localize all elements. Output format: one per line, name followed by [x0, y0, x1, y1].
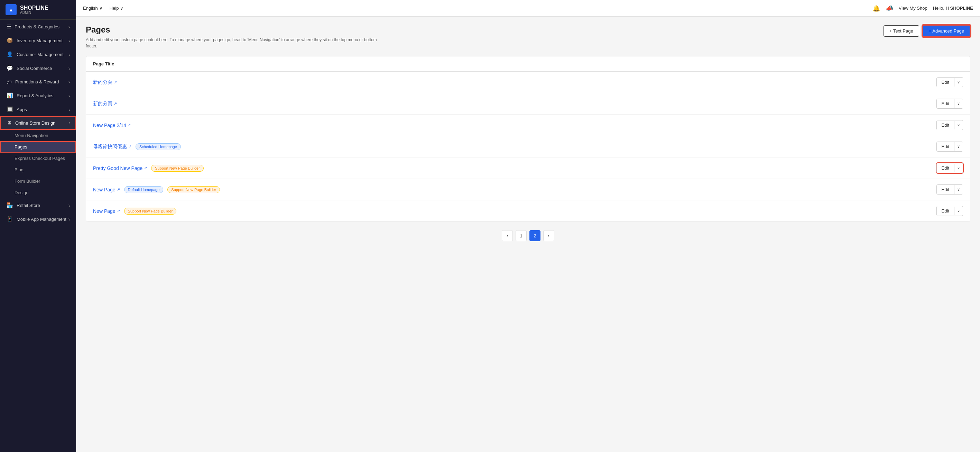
sidebar-item-promotions[interactable]: 🏷 Promotions & Reward ∨	[0, 75, 76, 89]
sidebar-sub-item-express[interactable]: Express Checkout Pages	[0, 153, 76, 164]
pagination-page-2[interactable]: 2	[530, 230, 541, 241]
page-link[interactable]: 新的分頁 ↗	[93, 101, 117, 107]
edit-chevron-icon[interactable]: ∨	[954, 121, 963, 129]
table-row: New Page 2/14 ↗ Edit ∨	[86, 115, 970, 136]
row-left: Pretty Good New Page ↗ Support New Page …	[93, 165, 204, 172]
language-dropdown[interactable]: English ∨	[83, 6, 103, 11]
sidebar-sub-item-blog[interactable]: Blog	[0, 164, 76, 176]
topbar: English ∨ Help ∨ 🔔 📣 View My Shop Hello,…	[76, 0, 980, 17]
table-row: 新的分頁 ↗ Edit ∨	[86, 93, 970, 115]
external-link-icon: ↗	[114, 101, 117, 106]
hello-user: Hello, H SHOPLINE	[933, 6, 973, 11]
row-left: New Page 2/14 ↗	[93, 123, 131, 128]
sidebar-item-inventory[interactable]: 📦 Inventory Management ∨	[0, 34, 76, 48]
table-row: 新的分頁 ↗ Edit ∨	[86, 72, 970, 93]
default-homepage-badge: Default Homepage	[124, 186, 164, 193]
row-left: 新的分頁 ↗	[93, 79, 117, 85]
sidebar-item-retail[interactable]: 🏪 Retail Store ∨	[0, 198, 76, 212]
sidebar: ▲ SHOPLINE ADMIN ☰ Products & Categories…	[0, 0, 76, 452]
support-new-page-builder-badge: Support New Page Builder	[167, 186, 220, 193]
social-icon: 💬	[6, 65, 13, 71]
edit-button-wrap[interactable]: Edit ∨	[936, 142, 963, 152]
edit-button[interactable]: Edit	[937, 163, 954, 173]
apps-icon: 🔲	[6, 106, 13, 112]
chevron-down-icon: ∨	[68, 203, 70, 207]
chevron-down-icon: ∨	[68, 108, 70, 112]
external-link-icon: ↗	[117, 209, 120, 213]
external-link-icon: ↗	[144, 166, 147, 170]
edit-chevron-icon[interactable]: ∨	[954, 185, 963, 194]
megaphone-icon[interactable]: 📣	[886, 5, 893, 12]
chevron-down-icon: ∨	[120, 6, 123, 11]
edit-button-wrap[interactable]: Edit ∨	[936, 120, 963, 130]
page-link[interactable]: New Page 2/14 ↗	[93, 123, 131, 128]
page-link[interactable]: 新的分頁 ↗	[93, 79, 117, 85]
row-left: New Page ↗ Support New Page Builder	[93, 208, 177, 215]
external-link-icon: ↗	[114, 80, 117, 85]
page-link[interactable]: Pretty Good New Page ↗	[93, 165, 147, 171]
page-title: Pages	[86, 25, 380, 35]
sidebar-item-online-store[interactable]: 🖥 Online Store Design ∧	[0, 116, 76, 130]
sidebar-sub-item-menu-nav[interactable]: Menu Navigation	[0, 130, 76, 141]
edit-chevron-icon[interactable]: ∨	[954, 99, 963, 108]
edit-button-wrap[interactable]: Edit ∨	[936, 206, 963, 216]
page-link[interactable]: New Page ↗	[93, 187, 120, 192]
pagination-next[interactable]: ›	[543, 230, 554, 241]
table-row: 母親節快閃優惠 ↗ Scheduled Homepage Edit ∨	[86, 136, 970, 158]
edit-chevron-icon[interactable]: ∨	[954, 78, 963, 86]
edit-button[interactable]: Edit	[937, 142, 954, 151]
page-title-section: Pages Add and edit your custom page cont…	[86, 25, 380, 49]
products-icon: ☰	[6, 24, 11, 30]
edit-chevron-icon[interactable]: ∨	[954, 164, 963, 172]
edit-button[interactable]: Edit	[937, 185, 954, 194]
external-link-icon: ↗	[128, 144, 131, 149]
pagination: ‹ 1 2 ›	[86, 230, 970, 245]
retail-icon: 🏪	[6, 202, 13, 208]
sidebar-item-social[interactable]: 💬 Social Commerce ∨	[0, 61, 76, 75]
table-row: New Page ↗ Support New Page Builder Edit…	[86, 200, 970, 222]
page-link[interactable]: New Page ↗	[93, 208, 120, 214]
help-dropdown[interactable]: Help ∨	[110, 6, 124, 11]
notification-icon[interactable]: 🔔	[872, 5, 880, 12]
customer-icon: 👤	[6, 51, 13, 57]
chevron-down-icon: ∨	[68, 80, 70, 84]
edit-button[interactable]: Edit	[937, 99, 954, 108]
sidebar-item-apps[interactable]: 🔲 Apps ∨	[0, 102, 76, 116]
view-my-shop-link[interactable]: View My Shop	[899, 6, 928, 11]
scheduled-homepage-badge: Scheduled Homepage	[135, 143, 181, 150]
advanced-page-button[interactable]: + Advanced Page	[923, 25, 970, 37]
online-store-icon: 🖥	[6, 120, 12, 126]
edit-button-wrap[interactable]: Edit ∨	[936, 99, 963, 109]
external-link-icon: ↗	[117, 187, 120, 192]
chevron-down-icon: ∨	[68, 67, 70, 70]
sidebar-item-mobile[interactable]: 📱 Mobile App Management ∨	[0, 212, 76, 226]
edit-chevron-icon[interactable]: ∨	[954, 207, 963, 215]
text-page-button[interactable]: + Text Page	[883, 25, 919, 37]
chevron-down-icon: ∨	[68, 25, 70, 29]
row-left: New Page ↗ Default Homepage Support New …	[93, 186, 220, 193]
edit-button-wrap-highlighted[interactable]: Edit ∨	[936, 163, 963, 173]
pagination-page-1[interactable]: 1	[515, 230, 527, 241]
page-subtitle: Add and edit your custom page content he…	[86, 37, 380, 49]
sidebar-item-products[interactable]: ☰ Products & Categories ∨	[0, 20, 76, 34]
edit-button-wrap[interactable]: Edit ∨	[936, 77, 963, 87]
page-header: Pages Add and edit your custom page cont…	[86, 25, 970, 49]
promotions-icon: 🏷	[6, 79, 12, 85]
edit-button[interactable]: Edit	[937, 120, 954, 130]
edit-button[interactable]: Edit	[937, 206, 954, 216]
chevron-down-icon: ∨	[68, 94, 70, 97]
sidebar-item-customer[interactable]: 👤 Customer Management ∨	[0, 48, 76, 61]
page-link[interactable]: 母親節快閃優惠 ↗	[93, 144, 131, 150]
edit-button[interactable]: Edit	[937, 78, 954, 87]
edit-chevron-icon[interactable]: ∨	[954, 142, 963, 151]
sidebar-sub-item-pages[interactable]: Pages	[0, 141, 76, 153]
edit-button-wrap[interactable]: Edit ∨	[936, 184, 963, 195]
pagination-prev[interactable]: ‹	[502, 230, 513, 241]
row-left: 新的分頁 ↗	[93, 101, 117, 107]
sidebar-logo: ▲ SHOPLINE ADMIN	[0, 0, 76, 20]
sidebar-item-report[interactable]: 📊 Report & Analytics ∨	[0, 89, 76, 102]
main-wrapper: English ∨ Help ∨ 🔔 📣 View My Shop Hello,…	[76, 0, 980, 452]
sidebar-sub-item-form-builder[interactable]: Form Builder	[0, 176, 76, 187]
table-row: Pretty Good New Page ↗ Support New Page …	[86, 158, 970, 179]
sidebar-sub-item-design[interactable]: Design	[0, 187, 76, 198]
